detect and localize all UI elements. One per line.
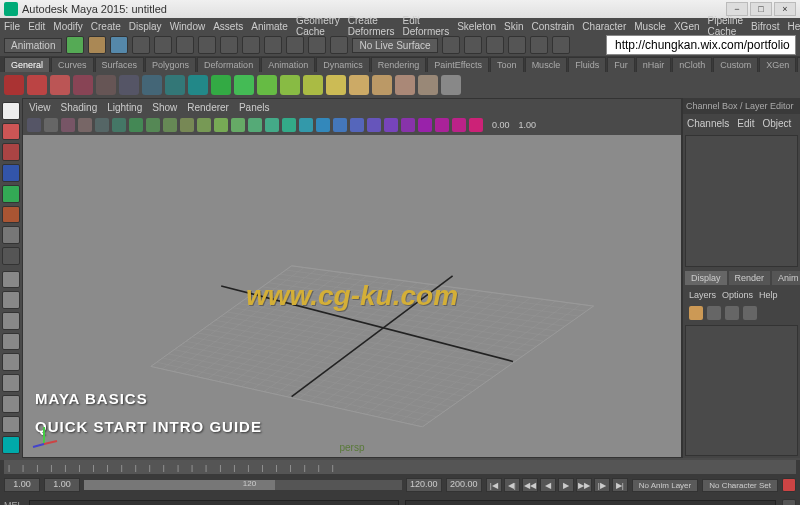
shelf-item-10[interactable] — [234, 75, 254, 95]
menu-constrain[interactable]: Constrain — [532, 21, 575, 32]
new-scene-icon[interactable] — [66, 36, 84, 54]
menu-pipeline-cache[interactable]: Pipeline Cache — [708, 15, 744, 37]
select-tool[interactable] — [2, 102, 20, 120]
autokey-icon[interactable] — [782, 478, 796, 492]
single-view-icon[interactable] — [2, 271, 20, 289]
range-end-inner[interactable]: 120.00 — [406, 478, 442, 492]
layout-icon[interactable] — [530, 36, 548, 54]
panel-icon-2[interactable] — [61, 118, 75, 132]
rewind-button[interactable]: |◀ — [486, 478, 502, 492]
close-button[interactable]: × — [774, 2, 796, 16]
shelf-item-6[interactable] — [142, 75, 162, 95]
layer-menu-help[interactable]: Help — [759, 290, 778, 300]
panel-icon-17[interactable] — [316, 118, 330, 132]
persp-graph-icon[interactable] — [2, 395, 20, 413]
module-dropdown[interactable]: Animation — [4, 38, 62, 53]
shelf-tab-xgen[interactable]: XGen — [759, 57, 796, 72]
range-slider[interactable]: 120 — [84, 480, 402, 490]
redo-icon[interactable] — [154, 36, 172, 54]
scale-tool[interactable] — [2, 206, 20, 224]
maximize-button[interactable]: □ — [750, 2, 772, 16]
paint-select-tool[interactable] — [2, 143, 20, 161]
fast-fwd-button[interactable]: ▶| — [612, 478, 628, 492]
shelf-tab-painteffects[interactable]: PaintEffects — [427, 57, 489, 72]
shelf-tab-ncloth[interactable]: nCloth — [672, 57, 712, 72]
step-fwd-button[interactable]: |▶ — [594, 478, 610, 492]
panel-icon-23[interactable] — [418, 118, 432, 132]
select-comp-icon[interactable] — [198, 36, 216, 54]
shelf-item-0[interactable] — [4, 75, 24, 95]
char-set-dropdown[interactable]: No Character Set — [702, 479, 778, 492]
shelf-item-5[interactable] — [119, 75, 139, 95]
shelf-tab-rendering[interactable]: Rendering — [371, 57, 427, 72]
manip-tool[interactable] — [2, 226, 20, 244]
shelf-tab-animation[interactable]: Animation — [261, 57, 315, 72]
panel-icon-8[interactable] — [163, 118, 177, 132]
layout2-icon[interactable] — [552, 36, 570, 54]
cmd-lang-label[interactable]: MEL — [4, 500, 23, 505]
panel-menu-renderer[interactable]: Renderer — [187, 102, 229, 113]
minimize-button[interactable]: − — [726, 2, 748, 16]
script-editor-icon[interactable] — [2, 416, 20, 434]
shelf-item-16[interactable] — [372, 75, 392, 95]
live-surface-dropdown[interactable]: No Live Surface — [352, 38, 437, 53]
undo-icon[interactable] — [132, 36, 150, 54]
shelf-tab-toon[interactable]: Toon — [490, 57, 524, 72]
menu-modify[interactable]: Modify — [53, 21, 82, 32]
panel-icon-5[interactable] — [112, 118, 126, 132]
panel-icon-9[interactable] — [180, 118, 194, 132]
last-tool[interactable] — [2, 247, 20, 265]
menu-geometry-cache[interactable]: Geometry Cache — [296, 15, 340, 37]
menu-xgen[interactable]: XGen — [674, 21, 700, 32]
menu-edit-deformers[interactable]: Edit Deformers — [402, 15, 449, 37]
panel-icon-18[interactable] — [333, 118, 347, 132]
layer-move-up-icon[interactable] — [707, 306, 721, 320]
viewport[interactable]: www.cg-ku.com MAYA BASICS QUICK START IN… — [23, 135, 681, 457]
ipr-icon[interactable] — [464, 36, 482, 54]
select-hier-icon[interactable] — [220, 36, 238, 54]
panel-icon-10[interactable] — [197, 118, 211, 132]
anim-layer-dropdown[interactable]: No Anim Layer — [632, 479, 698, 492]
panel-icon-22[interactable] — [401, 118, 415, 132]
time-slider[interactable]: |||||||||||||||||||||||| — [4, 460, 796, 474]
shelf-item-14[interactable] — [326, 75, 346, 95]
shelf-item-12[interactable] — [280, 75, 300, 95]
panel-icon-16[interactable] — [299, 118, 313, 132]
panel-icon-0[interactable] — [27, 118, 41, 132]
menu-edit[interactable]: Edit — [28, 21, 45, 32]
move-tool[interactable] — [2, 164, 20, 182]
play-button[interactable]: ▶ — [558, 478, 574, 492]
save-scene-icon[interactable] — [110, 36, 128, 54]
prev-key-button[interactable]: ◀◀ — [522, 478, 538, 492]
panel-icon-14[interactable] — [265, 118, 279, 132]
panel-icon-19[interactable] — [350, 118, 364, 132]
panel-icon-24[interactable] — [435, 118, 449, 132]
shelf-tab-surfaces[interactable]: Surfaces — [95, 57, 145, 72]
lasso-tool[interactable] — [2, 123, 20, 141]
menu-character[interactable]: Character — [582, 21, 626, 32]
range-start-inner[interactable]: 1.00 — [44, 478, 80, 492]
layer-create-icon[interactable] — [743, 306, 757, 320]
layer-move-down-icon[interactable] — [725, 306, 739, 320]
panel-icon-1[interactable] — [44, 118, 58, 132]
menu-assets[interactable]: Assets — [213, 21, 243, 32]
outliner-persp-icon[interactable] — [2, 353, 20, 371]
menu-skeleton[interactable]: Skeleton — [457, 21, 496, 32]
menu-help[interactable]: Help — [787, 21, 800, 32]
panel-icon-13[interactable] — [248, 118, 262, 132]
shelf-item-9[interactable] — [211, 75, 231, 95]
shelf-tab-muscle[interactable]: Muscle — [525, 57, 568, 72]
next-key-button[interactable]: ▶▶ — [576, 478, 592, 492]
panel-icon-4[interactable] — [95, 118, 109, 132]
render-icon[interactable] — [442, 36, 460, 54]
snap-plane-icon[interactable] — [308, 36, 326, 54]
panel-icon-15[interactable] — [282, 118, 296, 132]
channel-menu-channels[interactable]: Channels — [687, 118, 729, 129]
shelf-item-15[interactable] — [349, 75, 369, 95]
channel-menu-edit[interactable]: Edit — [737, 118, 754, 129]
panel-icon-21[interactable] — [384, 118, 398, 132]
menu-window[interactable]: Window — [170, 21, 206, 32]
shelf-tab-general[interactable]: General — [4, 57, 50, 72]
shelf-item-19[interactable] — [441, 75, 461, 95]
shelf-item-4[interactable] — [96, 75, 116, 95]
